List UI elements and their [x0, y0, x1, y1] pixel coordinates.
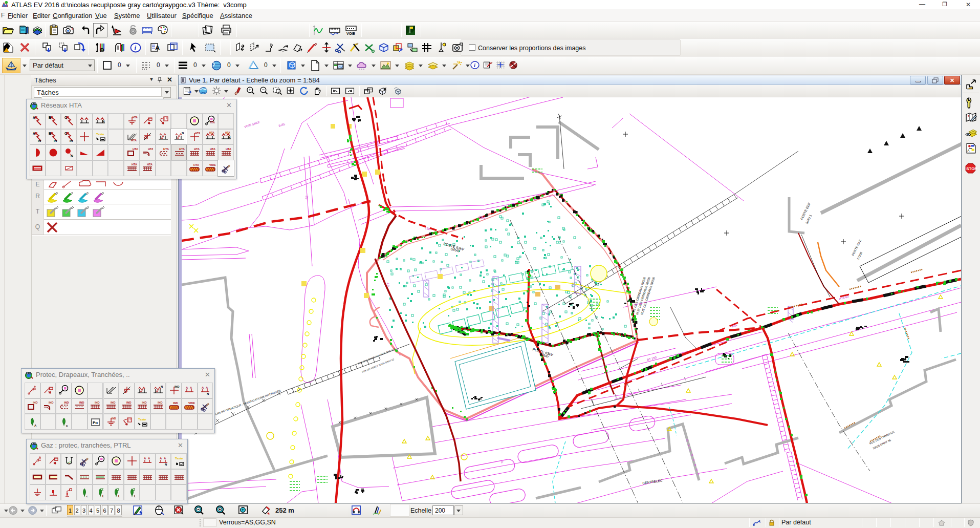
svg-text:HTA: HTA	[193, 163, 199, 166]
svg-text:N: N	[161, 385, 163, 388]
svg-text:VIDE: VIDE	[209, 163, 216, 166]
svg-text:c: c	[86, 495, 89, 498]
svg-text:IND: IND	[95, 401, 100, 404]
svg-text:HTA: HTA	[194, 147, 200, 151]
svg-text:IN: IN	[70, 139, 73, 142]
svg-text:IND: IND	[175, 385, 180, 388]
svg-text:L: L	[102, 495, 104, 498]
svg-text:Texte: Texte	[138, 418, 146, 421]
svg-text:A: A	[148, 457, 150, 460]
svg-text:N: N	[165, 463, 167, 466]
svg-text:x: x	[696, 468, 698, 471]
svg-text:N: N	[228, 136, 230, 139]
svg-text:A: A	[206, 386, 208, 389]
svg-text:HTA: HTA	[179, 147, 185, 151]
svg-text:HTA: HTA	[147, 163, 153, 166]
svg-text:A: A	[155, 44, 160, 52]
svg-text:A: A	[144, 457, 146, 460]
svg-text:HTA: HTA	[225, 131, 230, 134]
svg-text:B: B	[49, 132, 51, 135]
svg-text:i: i	[134, 44, 136, 52]
svg-text:IND: IND	[49, 401, 54, 404]
svg-text:A: A	[202, 386, 204, 389]
svg-text:IND: IND	[33, 401, 38, 404]
svg-text:P: P	[501, 460, 504, 464]
svg-text:A: A	[33, 116, 35, 119]
svg-text:HTA: HTA	[131, 139, 137, 142]
svg-text:A: A	[190, 386, 192, 389]
svg-text:IND: IND	[111, 401, 116, 404]
svg-text:N: N	[182, 132, 184, 135]
svg-text:C: C	[64, 116, 67, 119]
svg-text:Po: Po	[93, 420, 98, 425]
svg-text:x: x	[686, 438, 688, 442]
svg-text:N: N	[71, 154, 73, 158]
svg-text:150: 150	[425, 226, 431, 231]
svg-text:HTA: HTA	[209, 131, 214, 134]
svg-text:HTA: HTA	[226, 147, 231, 151]
svg-text:x: x	[693, 458, 695, 461]
svg-text:N: N	[102, 120, 104, 123]
svg-text:SE: SE	[304, 195, 309, 200]
svg-text:IN: IN	[54, 139, 57, 142]
svg-text:HTA: HTA	[210, 121, 215, 124]
svg-text:2x35: 2x35	[278, 122, 286, 128]
svg-text:x: x	[689, 448, 691, 452]
svg-text:L: L	[134, 495, 136, 498]
svg-text:HTA: HTA	[133, 147, 138, 151]
svg-text:HTA 63: HTA 63	[839, 295, 850, 301]
svg-text:A: A	[164, 457, 166, 460]
svg-text:RUE DES ORMEAUX 70100 GRAY 03: RUE DES ORMEAUX 70100 GRAY 03	[358, 348, 396, 365]
svg-text:SMU 1: SMU 1	[805, 214, 813, 224]
svg-text:A: A	[186, 386, 188, 389]
svg-text:IND: IND	[112, 417, 116, 420]
svg-text:x: x	[691, 453, 693, 456]
svg-text:A: A	[160, 457, 162, 460]
svg-text:HTA: HTA	[163, 147, 169, 151]
svg-text:IN: IN	[38, 139, 41, 142]
svg-text:HTA: HTA	[132, 163, 137, 166]
svg-text:IND: IND	[173, 402, 178, 405]
svg-text:B: B	[49, 116, 51, 119]
svg-text:BT: BT	[386, 282, 390, 287]
svg-text:17206: 17206	[857, 251, 863, 260]
svg-text:A: A	[33, 132, 35, 135]
svg-text:IND: IND	[142, 401, 147, 404]
svg-text:x: x	[698, 472, 700, 476]
svg-text:x: x	[694, 463, 696, 467]
svg-text:IND: IND	[64, 401, 69, 404]
svg-text:HTA: HTA	[195, 132, 200, 135]
svg-text:C: C	[64, 132, 67, 135]
svg-text:Texte: Texte	[96, 133, 104, 136]
svg-text:VIDE: VIDE	[188, 402, 195, 405]
svg-text:IND: IND	[126, 401, 132, 404]
svg-text:A: A	[34, 424, 37, 427]
svg-text:HTA: HTA	[148, 147, 153, 151]
svg-text:Texte: Texte	[175, 457, 183, 460]
svg-text:c: c	[66, 424, 68, 427]
svg-text:IND: IND	[79, 401, 84, 404]
svg-text:i: i	[474, 62, 475, 68]
svg-text:VOIE: VOIE	[346, 32, 355, 35]
svg-text:HTA: HTA	[210, 147, 215, 151]
svg-text:STOP: STOP	[966, 166, 977, 171]
svg-text:CENTRELEC: CENTRELEC	[642, 478, 663, 484]
svg-text:N: N	[207, 392, 209, 395]
svg-text:x: x	[688, 443, 690, 447]
svg-text:IND: IND	[158, 401, 163, 404]
svg-text:HTA: HTA	[133, 116, 138, 119]
svg-text:L: L	[118, 495, 120, 498]
svg-text:VOIE SNCF: VOIE SNCF	[244, 120, 260, 129]
